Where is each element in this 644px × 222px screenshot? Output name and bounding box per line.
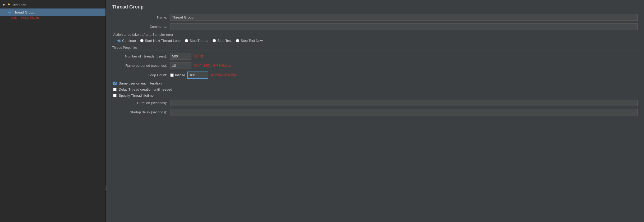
collapse-arrow-icon: ▼ <box>2 3 6 7</box>
sampler-error-section: Action to be taken after a Sampler error… <box>112 33 638 43</box>
loop-infinite-checkbox-label[interactable]: Infinite <box>170 73 185 77</box>
radio-stop-test-label: Stop Test <box>217 39 232 43</box>
thread-group-hint: 创建一个线程测试组 <box>0 16 105 21</box>
main-content: Thread Group Name: Comments: Action to b… <box>106 0 644 222</box>
duration-input[interactable] <box>170 100 638 106</box>
dot-2 <box>105 187 107 188</box>
loop-count-input[interactable] <box>187 72 208 79</box>
radio-continue[interactable]: Continue <box>117 39 136 43</box>
panel-title: Thread Group <box>112 4 638 10</box>
resize-handle[interactable] <box>105 185 107 190</box>
startup-delay-row: Startup delay (seconds): <box>112 109 638 116</box>
rampup-row: Ramp-up period (seconds): 500个线程10秒内起送到达 <box>112 62 638 69</box>
radio-start-next[interactable]: Start Next Thread Loop <box>140 39 181 43</box>
loop-count-label: Loop Count: <box>112 73 170 77</box>
radio-stop-thread-label: Stop Thread <box>190 39 208 43</box>
radio-continue-input[interactable] <box>117 39 121 42</box>
rampup-label: Ramp-up period (seconds): <box>112 64 170 68</box>
gear-icon: ⚙ <box>8 10 11 14</box>
loop-infinite-checkbox[interactable] <box>170 73 174 77</box>
radio-stop-test-now-label: Stop Test Now <box>241 39 263 43</box>
test-plan-item[interactable]: ▼ ⚑ Test Plan <box>0 1 105 8</box>
duration-row: Duration (seconds): <box>112 100 638 106</box>
loop-infinite-label: Infinite <box>175 73 185 77</box>
radio-stop-test-input[interactable] <box>213 39 216 42</box>
num-threads-row: Number of Threads (users): 用户数 <box>112 53 638 60</box>
num-threads-hint: 用户数 <box>194 54 204 59</box>
duration-label: Duration (seconds): <box>112 101 170 105</box>
sidebar: ▼ ⚑ Test Plan ⚙ Thread Group 创建一个线程测试组 <box>0 0 106 222</box>
specify-lifetime-label[interactable]: Specify Thread lifetime <box>119 94 154 97</box>
comments-label: Comments: <box>112 25 170 29</box>
sampler-error-label: Action to be taken after a Sampler error <box>112 33 638 37</box>
radio-start-next-input[interactable] <box>140 39 144 42</box>
delay-thread-row: Delay Thread creation until needed <box>112 87 638 91</box>
delay-thread-checkbox[interactable] <box>113 88 117 91</box>
loop-count-hint: 每个线程访问次数 <box>211 73 236 77</box>
comments-row: Comments: <box>112 23 638 30</box>
radio-stop-test-now-input[interactable] <box>236 39 239 42</box>
startup-delay-input[interactable] <box>170 109 638 116</box>
radio-continue-label: Continue <box>122 39 136 43</box>
same-user-row: Same user on each iteration <box>112 81 638 85</box>
thread-props-header: Thread Properties <box>112 46 638 51</box>
test-plan-icon: ⚑ <box>7 3 11 7</box>
radio-stop-thread-input[interactable] <box>185 39 188 42</box>
dot-3 <box>105 189 107 190</box>
specify-lifetime-row: Specify Thread lifetime <box>112 94 638 97</box>
dot-1 <box>105 185 107 187</box>
name-input[interactable] <box>170 14 638 21</box>
startup-delay-label: Startup delay (seconds): <box>112 110 170 114</box>
num-threads-label: Number of Threads (users): <box>112 54 170 58</box>
thread-group-label: Thread Group <box>13 10 34 14</box>
same-user-label[interactable]: Same user on each iteration <box>119 81 162 85</box>
radio-start-next-label: Start Next Thread Loop <box>145 39 181 43</box>
specify-lifetime-checkbox[interactable] <box>113 94 117 97</box>
radio-stop-test-now[interactable]: Stop Test Now <box>236 39 263 43</box>
num-threads-input[interactable] <box>170 53 191 60</box>
radio-stop-test[interactable]: Stop Test <box>213 39 232 43</box>
name-label: Name: <box>112 15 170 19</box>
radio-stop-thread[interactable]: Stop Thread <box>185 39 208 43</box>
test-plan-label: Test Plan <box>12 3 26 7</box>
rampup-input[interactable] <box>170 62 191 69</box>
comments-input[interactable] <box>170 23 638 30</box>
rampup-hint: 500个线程10秒内起送到达 <box>194 63 231 68</box>
sampler-error-radio-group: Continue Start Next Thread Loop Stop Thr… <box>112 39 638 43</box>
thread-properties-section: Thread Properties Number of Threads (use… <box>112 46 638 116</box>
sidebar-item-thread-group[interactable]: ⚙ Thread Group <box>0 8 105 16</box>
delay-thread-label[interactable]: Delay Thread creation until needed <box>119 87 172 91</box>
name-row: Name: <box>112 14 638 21</box>
same-user-checkbox[interactable] <box>113 82 117 85</box>
loop-count-row: Loop Count: Infinite 每个线程访问次数 <box>112 72 638 79</box>
